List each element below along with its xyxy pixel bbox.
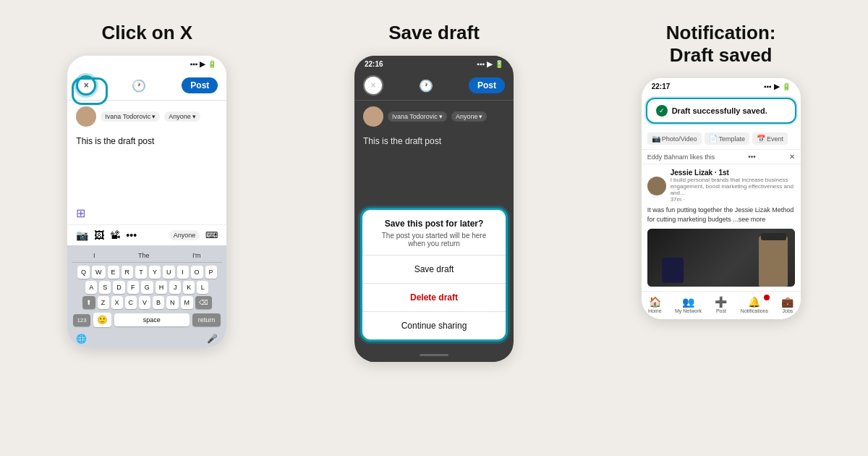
- phone-frame-3: 22:17 ▪▪▪ ▶ 🔋 ✓ Draft successfully saved…: [642, 78, 801, 318]
- likes-close[interactable]: ✕: [789, 153, 795, 161]
- phone-frame-2: 22:16 ▪▪▪ ▶ 🔋 × 🕐 Post Ivana Todorovic ▾: [354, 56, 514, 362]
- avatar-2: [363, 106, 383, 127]
- toolbar-gif[interactable]: 📽: [110, 229, 120, 241]
- likes-text: Eddy Bahnam likes this: [647, 153, 715, 161]
- toolbar-keyboard[interactable]: ⌨: [205, 230, 218, 240]
- feed-post-header: Jessie Lizak · 1st I build personal bran…: [647, 169, 795, 203]
- status-bar-3: 22:17 ▪▪▪ ▶ 🔋: [642, 78, 801, 93]
- feed-image-inner: [647, 229, 795, 287]
- notification-badge: [764, 295, 770, 300]
- draft-text-1[interactable]: This is the draft post: [67, 130, 226, 153]
- tab-photo-video[interactable]: 📷 Photo/Video: [647, 132, 702, 145]
- nav-jobs[interactable]: 💼 Jobs: [781, 296, 793, 313]
- emoji-key[interactable]: 🙂: [93, 313, 111, 327]
- toolbar-1: 📷 🖼 📽 ••• Anyone ⌨: [67, 224, 226, 245]
- modal-box: Save this post for later? The post you s…: [360, 208, 508, 342]
- modal-subtitle: The post you started will be here when y…: [362, 232, 506, 255]
- globe-icon[interactable]: 🌐: [76, 334, 87, 344]
- template-icon: 📄: [709, 135, 718, 143]
- notification-text: Draft successfully saved.: [672, 106, 767, 115]
- status-time-3: 22:17: [652, 83, 671, 90]
- photo-icon: 📷: [652, 135, 660, 143]
- keyboard-bottom-1: 123 🙂 space return: [72, 311, 222, 329]
- status-bar-1: ▪▪▪ ▶ 🔋: [67, 56, 226, 71]
- feed-user-name[interactable]: Jessie Lizak · 1st: [671, 169, 795, 177]
- home-bar-2: [354, 347, 514, 362]
- status-icons-3: ▪▪▪ ▶ 🔋: [764, 83, 791, 90]
- likes-bar: Eddy Bahnam likes this ••• ✕: [642, 150, 801, 164]
- event-icon: 📅: [757, 135, 765, 143]
- save-draft-modal: Save this post for later? The post you s…: [354, 187, 514, 362]
- overlay-top: [354, 187, 514, 202]
- keyboard-row-z: ⬆ZXCVBNM⌫: [72, 296, 222, 309]
- status-bar-2: 22:16 ▪▪▪ ▶ 🔋: [354, 56, 514, 71]
- person-shape: [759, 236, 788, 287]
- draft-text-2[interactable]: This is the draft post: [354, 130, 514, 153]
- feed-avatar: [647, 177, 666, 195]
- keyboard-row-a: ASDFGHJKL: [72, 281, 222, 294]
- post-nav-icon: ➕: [715, 296, 727, 308]
- main-container: Click on X ▪▪▪ ▶ 🔋 × 🕐 Post: [14, 22, 854, 362]
- save-draft-action[interactable]: Save draft: [362, 256, 506, 283]
- nav-post[interactable]: ➕ Post: [715, 296, 727, 313]
- post-button-2[interactable]: Post: [469, 77, 505, 93]
- post-button-1[interactable]: Post: [182, 77, 218, 93]
- section-title-3: Notification: Draft saved: [666, 22, 776, 67]
- user-badge-2[interactable]: Ivana Todorovic ▾: [388, 111, 447, 122]
- feed-post-text: It was fun putting together the Jessie L…: [647, 206, 795, 224]
- toolbar-image[interactable]: 🖼: [94, 229, 104, 241]
- toolbar-more[interactable]: •••: [126, 229, 137, 241]
- avatar-1: [76, 106, 96, 127]
- clock-icon-2[interactable]: 🕐: [419, 79, 433, 93]
- likes-more[interactable]: •••: [748, 153, 756, 161]
- tab-template[interactable]: 📄 Template: [705, 132, 750, 145]
- x-close-button-2[interactable]: ×: [363, 75, 383, 96]
- mic-icon[interactable]: 🎤: [207, 334, 218, 344]
- feed-user-sub2: engagement, boost marketing effectivenes…: [671, 183, 795, 196]
- section-title-1: Click on X: [101, 22, 192, 44]
- composer-header-2: × 🕐 Post: [354, 71, 514, 101]
- grid-icon-container-1: ⊞: [67, 202, 226, 224]
- home-bar-indicator-2: [420, 354, 448, 356]
- jobs-nav-icon: 💼: [781, 296, 793, 308]
- keyboard-suggestions-1: I The I'm: [72, 250, 222, 263]
- phone-frame-1: ▪▪▪ ▶ 🔋 × 🕐 Post Ivana Todorovic ▾: [67, 56, 226, 348]
- modal-title: Save this post for later?: [362, 210, 506, 232]
- user-badge-1[interactable]: Ivana Todorovic ▾: [101, 111, 160, 122]
- network-nav-icon: 👥: [682, 296, 694, 308]
- audience-badge-1[interactable]: Anyone ▾: [164, 111, 200, 122]
- user-row-2: Ivana Todorovic ▾ Anyone ▾: [354, 101, 514, 130]
- toolbar-camera[interactable]: 📷: [76, 229, 88, 241]
- nav-home[interactable]: 🏠 Home: [648, 296, 662, 313]
- bottom-nav-3: 🏠 Home 👥 My Network ➕ Post 🔔 Notificatio…: [642, 291, 801, 319]
- anyone-label: Anyone: [169, 230, 200, 240]
- composer-header-1: × 🕐 Post: [67, 71, 226, 101]
- keyboard-1: I The I'm QWERTYUIOP ASDFGHJKL ⬆ZXCVBNM⌫…: [67, 245, 226, 348]
- check-icon: ✓: [656, 105, 668, 117]
- audience-badge-2[interactable]: Anyone ▾: [451, 111, 488, 122]
- status-icons-1: ▪▪▪ ▶ 🔋: [190, 60, 217, 68]
- feed-user-info: Jessie Lizak · 1st I build personal bran…: [671, 169, 795, 203]
- delete-draft-action[interactable]: Delete draft: [362, 284, 506, 311]
- space-key[interactable]: space: [114, 313, 190, 326]
- feed-image: [647, 229, 795, 287]
- clock-icon-1[interactable]: 🕐: [132, 79, 146, 93]
- home-nav-icon: 🏠: [649, 296, 661, 308]
- nav-network[interactable]: 👥 My Network: [675, 296, 702, 313]
- nav-notifications[interactable]: 🔔 Notifications: [741, 296, 768, 313]
- x-close-button-1[interactable]: ×: [76, 75, 96, 96]
- user-row-1: Ivana Todorovic ▾ Anyone ▾: [67, 101, 226, 130]
- feed-user-sub1: I build personal brands that increase bu…: [671, 177, 795, 183]
- grid-icon-1: ⊞: [76, 207, 85, 219]
- continue-sharing-action[interactable]: Continue sharing: [362, 312, 506, 339]
- feed-post: Jessie Lizak · 1st I build personal bran…: [642, 164, 801, 290]
- composer-body-2: This is the draft post: [354, 130, 514, 187]
- section-title-2: Save draft: [388, 22, 480, 44]
- composer-body-1: This is the draft post: [67, 130, 226, 202]
- return-key[interactable]: return: [192, 313, 221, 326]
- notif-nav-icon: 🔔: [748, 296, 760, 308]
- tab-event[interactable]: 📅 Event: [752, 132, 788, 145]
- feed-user-time: 37m ·: [671, 196, 795, 203]
- keyboard-icons-bottom: 🌐 🎤: [72, 331, 222, 344]
- keyboard-row-q: QWERTYUIOP: [72, 266, 222, 279]
